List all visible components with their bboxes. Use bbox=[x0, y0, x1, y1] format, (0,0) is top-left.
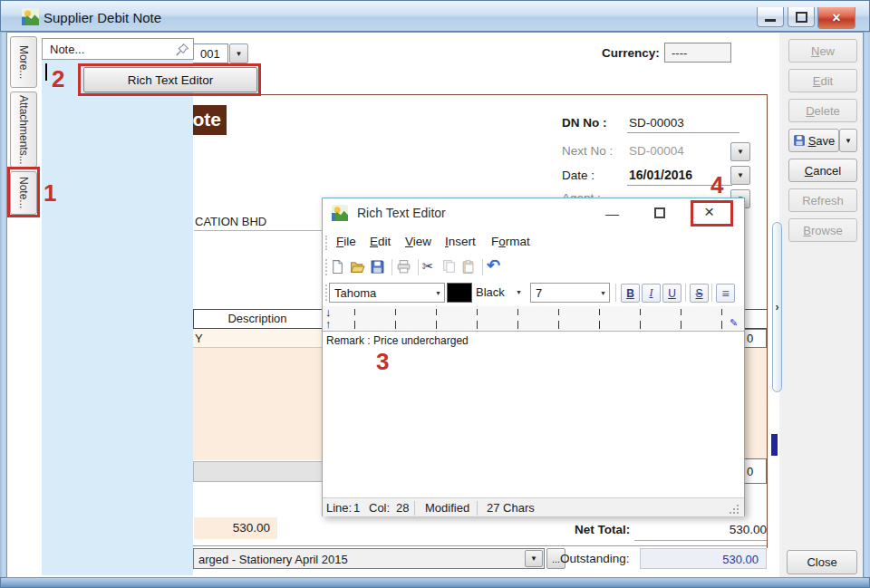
save-button-label: Save bbox=[808, 134, 836, 148]
dropdown-icon: ▼ bbox=[435, 290, 441, 296]
editor-content: Remark : Price undercharged bbox=[326, 334, 469, 347]
menu-file[interactable]: File bbox=[336, 235, 356, 248]
close-window-button[interactable]: Close bbox=[787, 550, 857, 574]
ruler-up-arrow-icon[interactable]: ↑ bbox=[325, 317, 332, 331]
grid-footer-amount-clipped: 0 bbox=[743, 458, 767, 484]
editor-maximize-button[interactable] bbox=[654, 207, 665, 218]
dn-no-underline bbox=[627, 132, 740, 133]
minimize-button[interactable] bbox=[757, 7, 784, 27]
outstanding-value: 530.00 bbox=[640, 548, 767, 569]
paste-icon[interactable] bbox=[460, 259, 476, 277]
tab-more-label: More... bbox=[17, 45, 30, 79]
outstanding-label: Outstanding: bbox=[560, 552, 630, 565]
toolbar-separator bbox=[482, 259, 483, 275]
ruler-tick bbox=[477, 309, 478, 315]
grid-header-description[interactable]: Description bbox=[194, 312, 321, 325]
description-combo-dropdown-button[interactable]: ▼ bbox=[525, 550, 543, 567]
formatbar-separator bbox=[711, 284, 712, 302]
note-panel[interactable] bbox=[42, 60, 193, 575]
save-button[interactable]: Save bbox=[788, 129, 839, 152]
ruler-pencil-icon: ✎ bbox=[730, 317, 738, 329]
ruler[interactable]: ↓ ↑ ✎ bbox=[323, 306, 744, 332]
new-button[interactable]: New bbox=[788, 39, 857, 63]
minimize-icon bbox=[765, 19, 776, 22]
ruler-tick bbox=[517, 321, 518, 329]
refresh-button[interactable]: Refresh bbox=[788, 188, 857, 212]
italic-button[interactable]: I bbox=[642, 284, 661, 303]
edit-button[interactable]: Edit bbox=[788, 69, 857, 92]
dropdown-icon: ▼ bbox=[530, 554, 537, 563]
dn-no-label: DN No : bbox=[562, 116, 607, 130]
browse-button[interactable]: Browse bbox=[788, 218, 857, 242]
ruler-tick bbox=[517, 309, 518, 315]
align-button[interactable]: ≡ bbox=[716, 284, 735, 303]
editor-minimize-button[interactable]: — bbox=[605, 206, 619, 221]
supplier-name-clipped: CATION BHD bbox=[195, 215, 266, 228]
net-total-label: Net Total: bbox=[575, 523, 630, 536]
ruler-tick bbox=[395, 309, 396, 315]
annotation-number-4: 4 bbox=[710, 171, 723, 199]
date-dropdown-button[interactable]: ▼ bbox=[730, 166, 750, 185]
delete-button[interactable]: Delete bbox=[788, 99, 857, 122]
ruler-tick bbox=[681, 321, 682, 329]
currency-field[interactable]: ---- bbox=[664, 43, 731, 63]
bold-button[interactable]: B bbox=[621, 284, 640, 303]
pin-icon[interactable] bbox=[176, 43, 189, 59]
window-titlebar[interactable]: Supplier Debit Note bbox=[0, 0, 870, 33]
editor-app-icon bbox=[332, 205, 348, 224]
window-frame-right bbox=[863, 33, 870, 577]
ruler-tick bbox=[436, 309, 437, 315]
note-flyout-header[interactable]: Note... bbox=[42, 38, 194, 60]
menu-edit[interactable]: Edit bbox=[370, 235, 391, 248]
sidebar-tab-attachments[interactable]: Attachments... bbox=[10, 92, 37, 168]
annotation-number-1: 1 bbox=[44, 179, 56, 207]
next-no-value: SD-00004 bbox=[629, 144, 684, 158]
panel-expander[interactable]: › bbox=[772, 222, 782, 392]
menu-insert[interactable]: Insert bbox=[445, 235, 476, 248]
font-color-dropdown-icon[interactable]: ▼ bbox=[516, 289, 522, 295]
annotation-box-2 bbox=[78, 63, 261, 96]
expander-chevron-icon: › bbox=[776, 301, 779, 313]
save-dropdown-button[interactable]: ▼ bbox=[839, 129, 857, 152]
undo-icon[interactable]: ↶ bbox=[487, 255, 500, 275]
new-button-label: New bbox=[811, 44, 835, 58]
font-color-value: Black bbox=[476, 285, 505, 299]
next-no-dropdown-button[interactable]: ▼ bbox=[730, 142, 750, 161]
cancel-button[interactable]: Cancel bbox=[788, 159, 857, 182]
maximize-button[interactable] bbox=[788, 7, 815, 27]
font-name-combo[interactable]: Tahoma ▼ bbox=[329, 283, 445, 303]
font-color-swatch[interactable] bbox=[447, 283, 472, 303]
window-title: Supplier Debit Note bbox=[44, 10, 161, 25]
delete-button-label: Delete bbox=[806, 104, 840, 118]
menu-view[interactable]: View bbox=[405, 235, 431, 248]
scrollbar-thumb[interactable] bbox=[771, 434, 778, 456]
copy-icon[interactable] bbox=[441, 259, 457, 277]
sidebar-tab-more[interactable]: More... bbox=[10, 36, 37, 88]
dn-no-value: SD-00003 bbox=[629, 116, 684, 130]
underline-button[interactable]: U bbox=[662, 284, 682, 303]
new-document-icon[interactable] bbox=[330, 259, 345, 277]
app-icon bbox=[22, 8, 39, 28]
note-flyout-title: Note... bbox=[50, 43, 84, 56]
ruler-tick bbox=[681, 309, 682, 315]
text-caret bbox=[45, 63, 47, 81]
editor-title: Rich Text Editor bbox=[357, 206, 446, 220]
description-combo[interactable]: arged - Stationery April 2015 bbox=[193, 548, 545, 569]
grid-row-amount-clipped[interactable]: 0 bbox=[743, 329, 767, 348]
strikethrough-button[interactable]: S bbox=[690, 284, 709, 303]
browse-button-label: Browse bbox=[803, 224, 842, 237]
doc-no-dropdown-button[interactable]: ▼ bbox=[229, 43, 248, 63]
status-chars: 27 Chars bbox=[487, 501, 535, 515]
print-icon[interactable] bbox=[396, 259, 411, 277]
ruler-tick bbox=[599, 321, 600, 329]
open-file-icon[interactable] bbox=[350, 259, 365, 277]
ruler-tick bbox=[436, 321, 437, 329]
ruler-tick bbox=[721, 321, 722, 329]
font-size-combo[interactable]: 7 ▼ bbox=[530, 283, 610, 303]
close-button[interactable]: × bbox=[817, 7, 856, 29]
resize-grip-icon[interactable] bbox=[730, 504, 740, 517]
save-file-icon[interactable] bbox=[370, 259, 385, 277]
menu-format[interactable]: Format bbox=[491, 235, 530, 248]
subtotal-cell: 530.00 bbox=[194, 517, 277, 539]
cut-icon[interactable]: ✂ bbox=[422, 258, 434, 275]
